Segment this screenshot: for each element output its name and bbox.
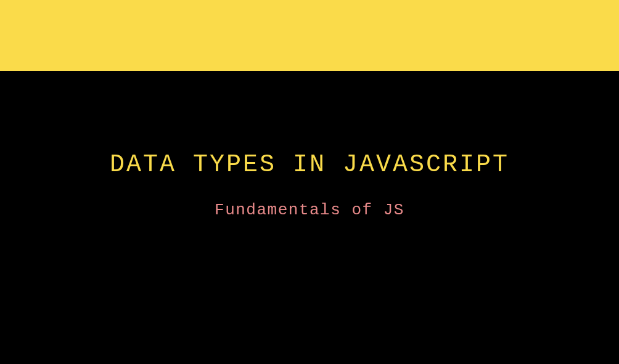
slide-subtitle: Fundamentals of JS (0, 201, 619, 219)
slide-content: DATA TYPES IN JAVASCRIPT Fundamentals of… (0, 71, 619, 219)
slide-title: DATA TYPES IN JAVASCRIPT (0, 151, 619, 179)
header-bar (0, 0, 619, 71)
